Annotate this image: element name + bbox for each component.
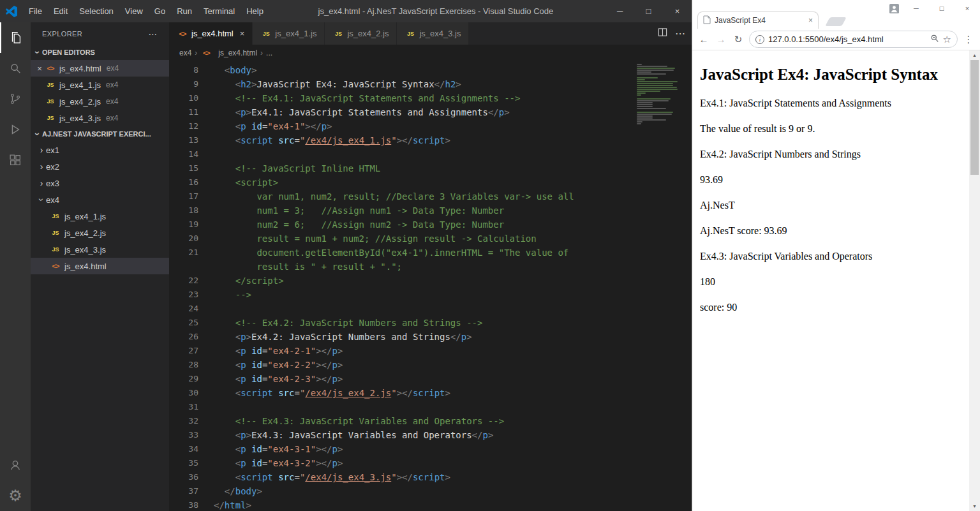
- code-line[interactable]: 29 <p id="ex4-2-3"></p>: [169, 372, 692, 386]
- open-editor-item[interactable]: JSjs_ex4_3.jsex4: [31, 110, 169, 126]
- code-line[interactable]: 23 -->: [169, 288, 692, 302]
- tree-file-js_ex4_3.js[interactable]: JSjs_ex4_3.js: [31, 241, 169, 258]
- explorer-actions-button[interactable]: ⋯: [149, 29, 158, 39]
- menu-item-go[interactable]: Go: [149, 0, 171, 22]
- breadcrumb-item[interactable]: js_ex4.html: [218, 48, 257, 57]
- maximize-button[interactable]: □: [634, 0, 663, 22]
- browser-close-button[interactable]: ×: [954, 4, 980, 12]
- code-line[interactable]: 31: [169, 400, 692, 414]
- code-line[interactable]: 12 <p id="ex4-1"></p>: [169, 119, 692, 133]
- code-line[interactable]: 33 <p>Ex4.3: JavaScript Variables and Op…: [169, 428, 692, 442]
- browser-maximize-button[interactable]: □: [929, 4, 954, 12]
- code-line[interactable]: 30 <script src="/ex4/js_ex4_2.js"></scri…: [169, 386, 692, 400]
- code-line[interactable]: 15 <!-- JavaScript Inline HTML: [169, 161, 692, 175]
- code-line[interactable]: 36 <script src="/ex4/js_ex4_3.js"></scri…: [169, 470, 692, 484]
- code-line[interactable]: 8 <body>: [169, 63, 692, 77]
- code-line[interactable]: 25 <!-- Ex4.2: JavaScript Numbers and St…: [169, 316, 692, 330]
- code-line[interactable]: 38</html>: [169, 498, 692, 511]
- forward-button[interactable]: →: [715, 34, 727, 45]
- code-line[interactable]: result is " + result + ".";: [169, 260, 692, 274]
- code-line[interactable]: 10 <!-- Ex4.1: JavaScript Statements and…: [169, 91, 692, 105]
- menu-item-help[interactable]: Help: [241, 0, 269, 22]
- explorer-icon[interactable]: [0, 22, 31, 53]
- extensions-icon[interactable]: [0, 145, 31, 175]
- code-line[interactable]: 9 <h2>JavaScript Ex4: JavaScript Syntax<…: [169, 77, 692, 91]
- page-paragraph: The value of result is 9 or 9.: [700, 123, 965, 135]
- editor-more-actions-button[interactable]: ⋯: [675, 27, 685, 40]
- code-line[interactable]: 24: [169, 302, 692, 316]
- tree-file-js_ex4_2.js[interactable]: JSjs_ex4_2.js: [31, 225, 169, 241]
- code-line[interactable]: 18 num1 = 3; //Assign num1 -> Data Type:…: [169, 204, 692, 218]
- editor-tab-js_ex4.html[interactable]: <>js_ex4.html×: [169, 22, 253, 45]
- new-tab-button[interactable]: [825, 17, 846, 26]
- code-line[interactable]: 35 <p id="ex4-3-2"></p>: [169, 456, 692, 470]
- menu-item-terminal[interactable]: Terminal: [198, 0, 241, 22]
- code-line[interactable]: 32 <!-- Ex4.3: JavaScript Variables and …: [169, 414, 692, 428]
- workspace-header[interactable]: › AJ.NEST JAVASCRIPT EXERCI...: [31, 126, 169, 142]
- open-editor-item[interactable]: ×<>js_ex4.htmlex4: [31, 60, 169, 77]
- menu-item-file[interactable]: File: [23, 0, 48, 22]
- code-line[interactable]: 13 <script src="/ex4/js_ex4_1.js"></scri…: [169, 133, 692, 147]
- browser-tab[interactable]: JavaScript Ex4 ×: [697, 11, 819, 29]
- browser-menu-button[interactable]: ⋮: [962, 34, 975, 45]
- code-line[interactable]: 21 document.getElementById("ex4-1").inne…: [169, 246, 692, 260]
- site-info-icon[interactable]: i: [755, 35, 764, 44]
- tree-folder-ex2[interactable]: ›ex2: [31, 158, 169, 175]
- tree-folder-ex4[interactable]: ›ex4: [31, 191, 169, 208]
- code-line[interactable]: 11 <p>Ex4.1: JavaScript Statements and A…: [169, 105, 692, 119]
- scrollbar-thumb[interactable]: [970, 60, 979, 175]
- code-line[interactable]: 26 <p>Ex4.2: JavaScript Numbers and Stri…: [169, 330, 692, 344]
- scrollbar[interactable]: ▲ ▼: [969, 50, 980, 511]
- editor-tab-js_ex4_2.js[interactable]: JSjs_ex4_2.js: [325, 22, 397, 45]
- profile-icon[interactable]: [884, 4, 903, 13]
- minimap[interactable]: [637, 61, 685, 125]
- open-editor-item[interactable]: JSjs_ex4_1.jsex4: [31, 77, 169, 93]
- menu-item-edit[interactable]: Edit: [48, 0, 73, 22]
- code-line[interactable]: 37 </body>: [169, 484, 692, 498]
- scroll-down-arrow-icon[interactable]: ▼: [969, 501, 980, 511]
- code-text: </body>: [214, 484, 262, 498]
- account-icon[interactable]: [0, 450, 31, 480]
- tree-folder-ex3[interactable]: ›ex3: [31, 175, 169, 191]
- split-editor-icon[interactable]: [658, 27, 667, 40]
- code-line[interactable]: 20 result = num1 + num2; //Assign result…: [169, 232, 692, 246]
- code-line[interactable]: 16 <script>: [169, 175, 692, 189]
- zoom-icon[interactable]: [930, 34, 939, 45]
- code-line[interactable]: 27 <p id="ex4-2-1"></p>: [169, 344, 692, 358]
- open-editor-item[interactable]: JSjs_ex4_2.jsex4: [31, 93, 169, 110]
- code-line[interactable]: 19 num2 = 6; //Assign num2 -> Data Type:…: [169, 218, 692, 232]
- browser-minimize-button[interactable]: ─: [903, 4, 929, 12]
- editor-tab-js_ex4_3.js[interactable]: JSjs_ex4_3.js: [397, 22, 469, 45]
- tree-folder-ex1[interactable]: ›ex1: [31, 142, 169, 158]
- scroll-up-arrow-icon[interactable]: ▲: [969, 50, 980, 60]
- code-line[interactable]: 22 </script>: [169, 274, 692, 288]
- source-control-icon[interactable]: [0, 84, 31, 114]
- settings-gear-icon[interactable]: ⚙: [0, 480, 31, 511]
- code-line[interactable]: 28 <p id="ex4-2-2"></p>: [169, 358, 692, 372]
- url-text[interactable]: 127.0.0.1:5500/ex4/js_ex4.html: [768, 34, 926, 44]
- code-line[interactable]: 34 <p id="ex4-3-1"></p>: [169, 442, 692, 456]
- breadcrumb-item[interactable]: ...: [266, 48, 272, 57]
- back-button[interactable]: ←: [697, 34, 710, 45]
- open-editors-header[interactable]: › OPEN EDITORS: [31, 45, 169, 60]
- code-line[interactable]: 14: [169, 147, 692, 161]
- search-icon[interactable]: [0, 53, 31, 84]
- breadcrumb-item[interactable]: ex4: [179, 48, 191, 57]
- close-icon[interactable]: ×: [34, 64, 45, 73]
- menu-item-selection[interactable]: Selection: [73, 0, 119, 22]
- close-tab-icon[interactable]: ×: [808, 16, 813, 25]
- run-debug-icon[interactable]: [0, 114, 31, 145]
- minimize-button[interactable]: ─: [605, 0, 634, 22]
- menu-item-view[interactable]: View: [119, 0, 149, 22]
- tree-file-js_ex4.html[interactable]: <>js_ex4.html: [31, 258, 169, 274]
- close-button[interactable]: ×: [663, 0, 692, 22]
- code-line[interactable]: 17 var num1, num2, result; //Declare 3 V…: [169, 189, 692, 204]
- editor-tab-js_ex4_1.js[interactable]: JSjs_ex4_1.js: [253, 22, 325, 45]
- address-bar[interactable]: i 127.0.0.1:5500/ex4/js_ex4.html ☆: [749, 31, 958, 48]
- tree-file-js_ex4_1.js[interactable]: JSjs_ex4_1.js: [31, 208, 169, 225]
- menu-item-run[interactable]: Run: [171, 0, 198, 22]
- bookmark-star-icon[interactable]: ☆: [943, 34, 951, 45]
- close-icon[interactable]: ×: [240, 29, 245, 38]
- line-number: 31: [169, 400, 198, 414]
- reload-button[interactable]: ↻: [732, 34, 745, 45]
